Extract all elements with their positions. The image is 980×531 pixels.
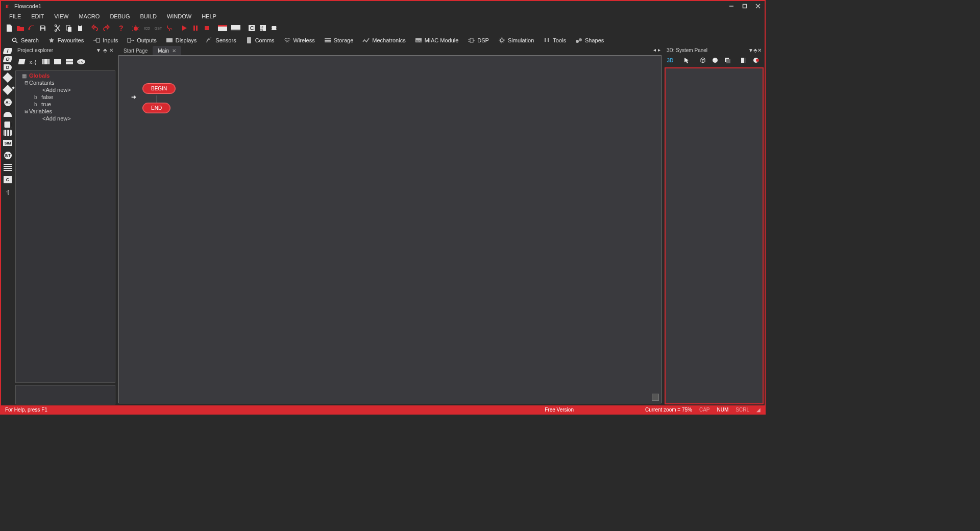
cat-outputs[interactable]: Outputs bbox=[127, 37, 157, 44]
explorer-macros-icon[interactable] bbox=[41, 57, 51, 67]
cut-icon[interactable] bbox=[53, 23, 63, 33]
cat-sensors[interactable]: Sensors bbox=[206, 37, 236, 44]
cat-shapes[interactable]: Shapes bbox=[575, 37, 604, 44]
rpanel-grid-icon[interactable] bbox=[750, 55, 762, 65]
undo-arrow-icon[interactable] bbox=[27, 23, 37, 33]
cat-simulation[interactable]: Simulation bbox=[498, 37, 534, 44]
tool-decision-icon[interactable] bbox=[4, 73, 11, 83]
tool-loop-icon[interactable] bbox=[4, 109, 12, 119]
cat-displays[interactable]: Displays bbox=[166, 37, 197, 44]
minimize-button[interactable] bbox=[725, 1, 738, 11]
explorer-globals-icon[interactable]: x={ bbox=[29, 57, 39, 67]
undo-icon[interactable] bbox=[90, 23, 100, 33]
explorer-ev-icon[interactable]: EV bbox=[76, 57, 86, 67]
tool-output-icon[interactable]: O bbox=[3, 56, 12, 62]
tool-macro-icon[interactable] bbox=[4, 122, 12, 128]
rpanel-dropdown-icon[interactable]: ▼ bbox=[748, 47, 753, 53]
rpanel-snap-icon[interactable] bbox=[738, 55, 749, 65]
tool-comment-icon[interactable]: ·[ bbox=[2, 187, 13, 197]
maximize-button[interactable] bbox=[738, 1, 751, 11]
menu-file[interactable]: FILE bbox=[4, 12, 26, 20]
tool-calculation-icon[interactable] bbox=[4, 162, 12, 173]
cat-dsp[interactable]: DSP bbox=[468, 37, 489, 44]
play-icon[interactable] bbox=[179, 23, 189, 33]
flow-end-node[interactable]: END bbox=[142, 103, 170, 113]
expand-icon[interactable]: ⊟ bbox=[24, 109, 29, 114]
close-button[interactable] bbox=[751, 1, 765, 11]
tool-input-icon[interactable]: I bbox=[3, 48, 12, 54]
tab-close-icon[interactable]: ✕ bbox=[172, 48, 176, 54]
tool-component-icon[interactable] bbox=[4, 130, 12, 136]
tree-variables[interactable]: Variables bbox=[29, 108, 52, 114]
cat-wireless[interactable]: Wireless bbox=[284, 37, 315, 44]
explorer-components-icon[interactable] bbox=[53, 57, 63, 67]
tree-constants[interactable]: Constants bbox=[29, 80, 55, 86]
new-file-icon[interactable] bbox=[4, 23, 14, 33]
menu-debug[interactable]: DEBUG bbox=[105, 12, 135, 20]
tool-connection-icon[interactable]: A: bbox=[4, 97, 12, 107]
explorer-pin-icon[interactable]: ⬘ bbox=[103, 47, 107, 53]
flow-begin-node[interactable]: BEGIN bbox=[142, 83, 176, 94]
tree-false[interactable]: false bbox=[41, 94, 53, 100]
cat-miac[interactable]: MIACMIAC Module bbox=[415, 37, 459, 44]
rpanel-close-icon[interactable]: ✕ bbox=[757, 47, 762, 53]
compile-c-icon[interactable]: C bbox=[247, 23, 257, 33]
dashboard-panel-icon[interactable] bbox=[216, 23, 229, 33]
explorer-types-icon[interactable] bbox=[64, 57, 75, 67]
menu-window[interactable]: WINDOW bbox=[162, 12, 197, 20]
explorer-close-icon[interactable]: ✕ bbox=[109, 47, 113, 53]
explorer-ports-icon[interactable] bbox=[17, 57, 28, 67]
help-icon[interactable]: ? bbox=[116, 23, 126, 33]
tree-true[interactable]: true bbox=[41, 101, 51, 107]
rpanel-3d-button[interactable]: 3D bbox=[665, 55, 676, 65]
tree-root-globals[interactable]: Globals bbox=[29, 73, 50, 79]
rpanel-cursor-icon[interactable] bbox=[681, 55, 692, 65]
tool-sim-icon[interactable]: SIM bbox=[3, 138, 12, 148]
cat-search[interactable]: Search bbox=[11, 37, 39, 44]
compile-hex-icon[interactable]: 1001 bbox=[258, 23, 268, 33]
expand-icon[interactable]: ⊟ bbox=[24, 80, 29, 85]
menu-macro[interactable]: MACRO bbox=[74, 12, 105, 20]
cat-mechatronics[interactable]: Mechatronics bbox=[362, 37, 405, 44]
rpanel-3d-canvas[interactable] bbox=[665, 67, 764, 404]
open-file-icon[interactable] bbox=[15, 23, 26, 33]
cat-comms[interactable]: Comms bbox=[246, 37, 275, 44]
tab-next-icon[interactable]: ▸ bbox=[658, 47, 660, 53]
redo-icon[interactable] bbox=[101, 23, 111, 33]
rpanel-sphere-icon[interactable] bbox=[709, 55, 721, 65]
explorer-dropdown-icon[interactable]: ▼ bbox=[96, 47, 101, 53]
canvas-resize-icon[interactable] bbox=[652, 394, 659, 401]
tool-switch-icon[interactable] bbox=[4, 85, 11, 95]
rpanel-shadow-icon[interactable] bbox=[722, 55, 733, 65]
tree-add-new[interactable]: <Add new> bbox=[42, 115, 71, 122]
tool-interrupt-icon[interactable]: INT bbox=[4, 150, 12, 160]
flowchart-canvas[interactable]: ➔ BEGIN END bbox=[118, 55, 662, 403]
tab-start-page[interactable]: Start Page bbox=[118, 46, 153, 55]
menu-edit[interactable]: EDIT bbox=[26, 12, 49, 20]
rpanel-pin-icon[interactable]: ⬘ bbox=[753, 47, 757, 53]
cat-tools[interactable]: Tools bbox=[543, 37, 566, 44]
icd-icon[interactable]: ICD bbox=[142, 23, 152, 33]
menu-build[interactable]: BUILD bbox=[135, 12, 162, 20]
explorer-tree[interactable]: ▦Globals ⊟Constants <Add new> bfalse btr… bbox=[15, 70, 115, 383]
paste-icon[interactable] bbox=[75, 23, 85, 33]
rpanel-box-icon[interactable] bbox=[697, 55, 708, 65]
ghost-icon[interactable]: GST bbox=[153, 23, 163, 33]
save-icon[interactable] bbox=[38, 23, 48, 33]
tool-code-icon[interactable]: C bbox=[4, 175, 12, 185]
cat-storage[interactable]: Storage bbox=[324, 37, 354, 44]
bug-icon[interactable] bbox=[131, 23, 141, 33]
pause-icon[interactable] bbox=[190, 23, 201, 33]
cat-inputs[interactable]: Inputs bbox=[93, 37, 118, 44]
copy-icon[interactable] bbox=[64, 23, 74, 33]
tree-add-new[interactable]: <Add new> bbox=[42, 87, 71, 93]
tab-prev-icon[interactable]: ◂ bbox=[653, 47, 656, 53]
cat-favourites[interactable]: Favourites bbox=[48, 37, 84, 44]
menu-view[interactable]: VIEW bbox=[49, 12, 74, 20]
system-panel-icon[interactable] bbox=[230, 23, 242, 33]
stop-icon[interactable] bbox=[202, 23, 212, 33]
compile-chip-icon[interactable] bbox=[269, 23, 279, 33]
tool-delay-icon[interactable]: D bbox=[4, 64, 12, 70]
menu-help[interactable]: HELP bbox=[197, 12, 222, 20]
step-config-icon[interactable] bbox=[164, 23, 175, 33]
